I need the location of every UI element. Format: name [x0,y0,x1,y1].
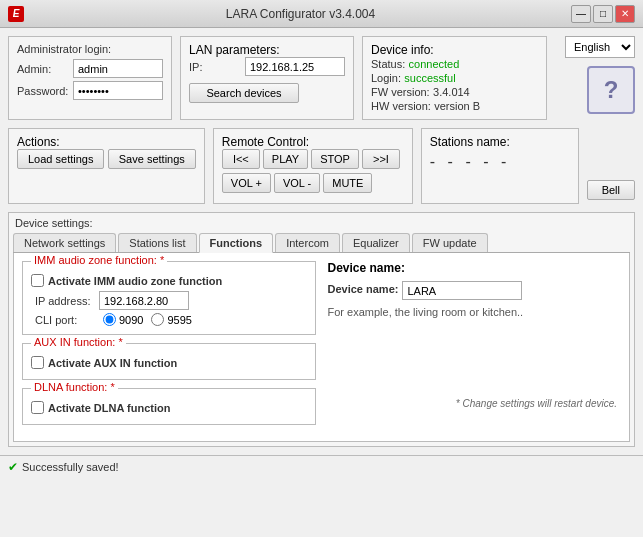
language-select[interactable]: English Russian German [565,36,635,58]
ip-row: IP: [189,57,345,76]
maximize-button[interactable]: □ [593,5,613,23]
remote-label: Remote Control: [222,135,404,149]
fw-value: 3.4.014 [433,86,470,98]
bell-button[interactable]: Bell [587,180,635,200]
login-row: Login: successful [371,71,538,85]
lan-section-label: LAN parameters: [189,43,345,57]
vol-down-button[interactable]: VOL - [274,173,320,193]
imm-ip-row: IP address: [31,291,307,310]
radio-9090[interactable] [103,313,116,326]
middle-section: Actions: Load settings Save settings Rem… [8,128,635,204]
imm-checkbox-row: Activate IMM audio zone function [31,274,307,287]
device-name-row: Device name: [328,281,622,300]
vol-up-button[interactable]: VOL + [222,173,271,193]
fw-label: FW version: [371,86,430,98]
tab-functions[interactable]: Functions [199,233,274,253]
status-bar-message: Successfully saved! [22,461,119,473]
title-bar-controls: — □ ✕ [571,5,635,23]
device-hint: For example, the living room or kitchen.… [328,306,622,318]
imm-checkbox[interactable] [31,274,44,287]
actions-panel: Actions: Load settings Save settings [8,128,205,204]
tab-stations-list[interactable]: Stations list [118,233,196,252]
admin-panel: Administrator login: Admin: Password: [8,36,172,120]
mute-button[interactable]: MUTE [323,173,372,193]
close-button[interactable]: ✕ [615,5,635,23]
ip-label: IP: [189,61,241,73]
main-content: Administrator login: Admin: Password: LA… [0,28,643,455]
ip-input[interactable] [245,57,345,76]
imm-group-title: IMM audio zone function: * [31,254,167,266]
stations-label: Stations name: [430,135,570,149]
tab-fw-update[interactable]: FW update [412,233,488,252]
dlna-checkbox-label: Activate DLNA function [48,402,170,414]
restart-note: * Change settings will restart device. [456,398,617,409]
language-row: English Russian German [561,36,635,58]
device-name-input[interactable] [402,281,522,300]
tab-equalizer[interactable]: Equalizer [342,233,410,252]
tabs: Network settings Stations list Functions… [13,233,630,253]
radio-9595-label[interactable]: 9595 [151,313,191,326]
tab-network-settings[interactable]: Network settings [13,233,116,252]
search-devices-button[interactable]: Search devices [189,83,299,103]
imm-ip-input[interactable] [99,291,189,310]
right-col: Device name: Device name: For example, t… [328,261,622,433]
status-bar: ✔ Successfully saved! [0,455,643,477]
login-value: successful [404,72,455,84]
lan-panel: LAN parameters: IP: Search devices [180,36,354,120]
left-col: IMM audio zone function: * Activate IMM … [22,261,316,433]
stop-button[interactable]: STOP [311,149,359,169]
cli-radio-row: CLI port: 9090 9595 [31,313,307,326]
app-icon: E [8,6,24,22]
dlna-checkbox-row: Activate DLNA function [31,401,307,414]
minimize-button[interactable]: — [571,5,591,23]
title-bar-text: LARA Configurator v3.4.004 [30,7,571,21]
title-bar: E LARA Configurator v3.4.004 — □ ✕ [0,0,643,28]
hw-value: version B [434,100,480,112]
device-name-section: Device name: [328,261,622,275]
device-settings-label: Device settings: [13,217,630,229]
status-bar-icon: ✔ [8,460,18,474]
radio-9090-label[interactable]: 9090 [103,313,143,326]
stations-dashes: - - - - - [430,153,570,171]
save-settings-button[interactable]: Save settings [108,149,196,169]
prev-button[interactable]: I<< [222,149,260,169]
status-row: Status: connected [371,57,538,71]
device-settings-section: Device settings: Network settings Statio… [8,212,635,447]
tab-intercom[interactable]: Intercom [275,233,340,252]
device-info-label: Device info: [371,43,538,57]
radio-9595[interactable] [151,313,164,326]
load-settings-button[interactable]: Load settings [17,149,104,169]
dlna-group-title: DLNA function: * [31,381,118,393]
next-button[interactable]: >>I [362,149,400,169]
hw-label: HW version: [371,100,431,112]
password-row: Password: [17,81,163,100]
help-button[interactable]: ? [587,66,635,114]
bell-panel: Bell [587,128,635,204]
aux-group: AUX IN function: * Activate AUX IN funct… [22,343,316,380]
cli-label: CLI port: [35,314,95,326]
username-row: Admin: [17,59,163,78]
status-value: connected [409,58,460,70]
dlna-checkbox[interactable] [31,401,44,414]
top-section: Administrator login: Admin: Password: LA… [8,36,635,120]
password-input[interactable] [73,81,163,100]
device-info-panel: Device info: Status: connected Login: su… [362,36,547,120]
radio-9090-text: 9090 [119,314,143,326]
aux-group-title: AUX IN function: * [31,336,126,348]
remote-panel: Remote Control: I<< PLAY STOP >>I VOL + … [213,128,413,204]
hw-row: HW version: version B [371,99,538,113]
password-label: Password: [17,85,69,97]
username-input[interactable] [73,59,163,78]
aux-checkbox[interactable] [31,356,44,369]
status-label: Status: [371,58,405,70]
stations-panel: Stations name: - - - - - [421,128,579,204]
play-button[interactable]: PLAY [263,149,308,169]
imm-ip-label: IP address: [35,295,95,307]
top-right-panel: English Russian German ? [555,36,635,120]
radio-9595-text: 9595 [167,314,191,326]
fw-row: FW version: 3.4.014 [371,85,538,99]
remote-btns-row1: I<< PLAY STOP >>I [222,149,404,169]
imm-checkbox-label: Activate IMM audio zone function [48,275,222,287]
actions-label: Actions: [17,135,196,149]
username-label: Admin: [17,63,69,75]
